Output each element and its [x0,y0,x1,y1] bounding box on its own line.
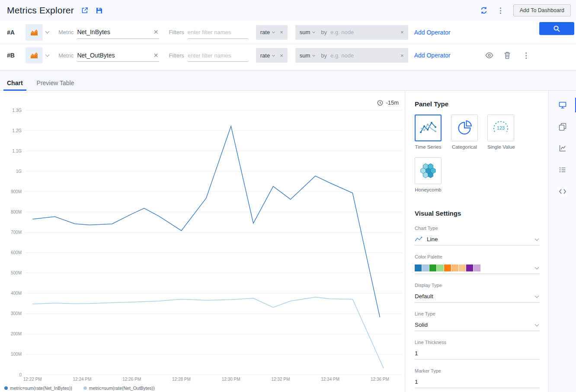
palette-swatch[interactable] [474,265,480,271]
svg-text:12:36 PM: 12:36 PM [371,377,389,382]
chevron-down-icon [535,236,539,241]
code-icon [558,187,567,196]
panel-type-categorical[interactable]: Categorical [451,115,478,150]
marker-type-input[interactable]: 1 [415,376,540,388]
svg-text:700M: 700M [11,230,22,235]
palette-swatch[interactable] [459,265,466,271]
operator-chip-rate[interactable]: rate × [256,25,288,40]
header-kebab-icon[interactable]: ⋮ [496,7,506,14]
remove-rate-operator-icon[interactable]: × [280,52,283,59]
operator-chip-sum[interactable]: sum by × [295,48,408,63]
metric-label: Metric [58,29,74,35]
chart-area: -15m 0100M200M300M400M500M600M700M800M90… [0,91,405,392]
svg-text:1.1G: 1.1G [12,149,22,153]
svg-text:1.2G: 1.2G [12,128,22,133]
svg-text:900M: 900M [11,189,22,194]
group-by-input[interactable] [330,52,395,59]
line-thickness-input[interactable]: 1 [415,347,540,360]
svg-text:12:28 PM: 12:28 PM [172,377,191,382]
operator-rate-label: rate [260,52,270,59]
save-icon[interactable] [96,7,103,14]
by-label: by [321,52,327,59]
clear-metric-icon[interactable]: ✕ [153,29,160,35]
svg-text:12:26 PM: 12:26 PM [122,377,141,382]
filters-label: Filters [169,29,184,35]
line-type-select[interactable]: Solid [415,319,540,331]
operator-sum-label: sum [300,52,310,59]
delete-query-trash-icon[interactable] [504,51,511,59]
search-button[interactable] [539,22,574,35]
group-by-input[interactable] [330,29,395,35]
filters-field [188,49,248,62]
chart-type-value: Line [427,236,438,242]
legend-label: metric=sum(rate(Net_InBytes)) [10,386,72,391]
remove-sum-operator-icon[interactable]: × [400,29,404,35]
remove-sum-operator-icon[interactable]: × [400,52,404,59]
panel-type-honeycomb[interactable]: Honeycomb [415,157,442,192]
filters-input[interactable] [188,52,248,59]
tab-preview-table[interactable]: Preview Table [33,76,78,91]
metric-type-selector[interactable] [26,24,49,41]
remove-rate-operator-icon[interactable]: × [280,29,283,35]
display-type-select[interactable]: Default [415,290,540,303]
tab-chart[interactable]: Chart [3,76,26,91]
legend-tool[interactable] [549,159,576,181]
metric-input[interactable] [77,52,152,59]
time-series-chart[interactable]: 0100M200M300M400M500M600M700M800M900M1G1… [0,102,405,387]
palette-swatch[interactable] [429,265,436,271]
palette-swatch[interactable] [415,265,422,271]
clear-metric-icon[interactable]: ✕ [153,52,160,58]
panel-type-label: Single Value [487,144,514,150]
palette-swatch[interactable] [437,265,444,271]
color-palette-select[interactable] [415,262,540,274]
add-operator-link[interactable]: Add Operator [414,52,451,59]
pie-chart-icon [455,118,474,137]
svg-text:200M: 200M [11,331,22,336]
visual-settings-heading: Visual Settings [415,210,540,217]
add-to-dashboard-button[interactable]: Add To Dashboard [513,4,571,16]
time-series-icon [419,118,438,137]
svg-text:12:22 PM: 12:22 PM [23,377,42,382]
legend-item-in-bytes[interactable]: metric=sum(rate(Net_InBytes)) [4,386,72,391]
filters-input[interactable] [188,29,248,35]
palette-swatch[interactable] [444,265,451,271]
share-icon[interactable] [81,6,89,14]
axes-tool[interactable] [549,137,576,159]
list-icon [558,166,567,174]
svg-text:0: 0 [19,373,22,377]
overlay-tool[interactable] [549,116,576,137]
panel-type-time-series[interactable]: Time Series [415,115,442,150]
by-label: by [321,29,327,35]
line-thickness-label: Line Thickness [415,340,540,346]
settings-panel: Panel Type Time Series Categorical [406,91,548,392]
query-row-a: #A Metric ✕ Filters rate × sum by × A [0,21,576,44]
chart-type-select[interactable]: Line [415,233,540,245]
chart-legend: metric=sum(rate(Net_InBytes)) metric=sum… [4,386,155,391]
operator-chip-rate[interactable]: rate × [256,48,288,63]
add-operator-link[interactable]: Add Operator [414,29,451,36]
palette-swatch[interactable] [451,265,458,271]
display-settings-tool[interactable] [549,94,576,116]
panel-type-single-value[interactable]: 123 Single Value [487,115,514,150]
query-code-tool[interactable] [549,181,576,202]
row-kebab-icon[interactable]: ⋮ [521,52,531,59]
query-row-b: #B Metric ✕ Filters rate × sum by × A [0,44,576,67]
series-dot [83,386,87,390]
metric-input[interactable] [77,29,152,35]
honeycomb-icon [419,161,438,180]
palette-swatch[interactable] [466,265,473,271]
color-palette-label: Color Palette [415,254,540,261]
svg-text:12:34 PM: 12:34 PM [321,377,339,382]
refresh-icon[interactable] [480,6,488,14]
operator-sum-label: sum [300,29,310,35]
operator-chip-sum[interactable]: sum by × [295,25,408,40]
palette-swatch[interactable] [422,265,429,271]
legend-item-out-bytes[interactable]: metric=sum(rate(Net_OutBytes)) [83,386,155,391]
query-panel: #A Metric ✕ Filters rate × sum by × A [0,21,576,70]
line-type-field: Line Type Solid [415,311,540,331]
view-tabs: Chart Preview Table [0,76,576,91]
line-thickness-field: Line Thickness 1 [415,340,540,360]
metric-field: ✕ [77,49,159,62]
hide-query-eye-icon[interactable] [485,52,493,58]
metric-type-selector[interactable] [26,47,49,64]
